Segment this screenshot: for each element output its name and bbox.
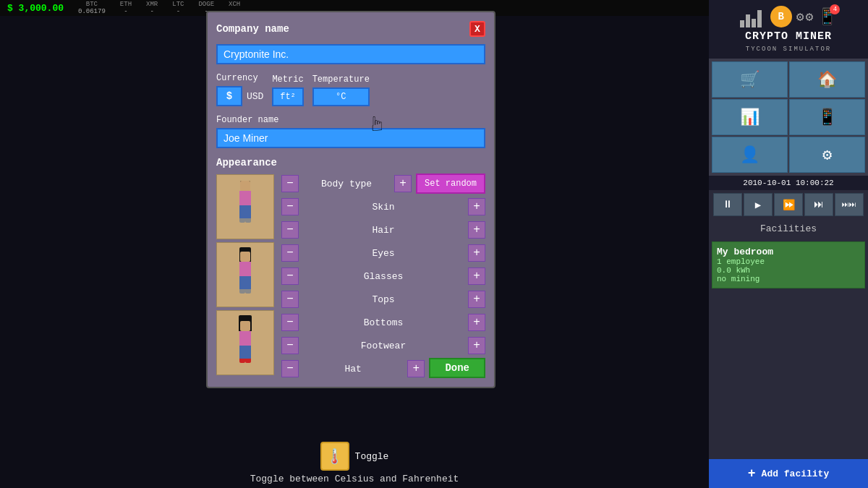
- appearance-area: − Body type + Set random − Skin + − Hair…: [216, 174, 485, 378]
- shoe-right-sprite-2: [245, 289, 251, 294]
- shop-button[interactable]: 🛒: [712, 61, 788, 98]
- money-display: $ 3,000.00: [7, 3, 64, 14]
- tops-plus-button[interactable]: +: [468, 291, 485, 308]
- facility-name: My bedroom: [717, 247, 860, 257]
- tops-row: − Tops +: [281, 290, 485, 309]
- eyes-row: − Eyes +: [281, 244, 485, 262]
- hair-minus-button[interactable]: −: [281, 221, 299, 239]
- glasses-label: Glasses: [303, 271, 464, 282]
- set-random-button[interactable]: Set random: [416, 174, 485, 194]
- stats-button[interactable]: 📊: [712, 99, 788, 135]
- logo-subtitle: TYCOON SIMULATOR: [746, 46, 831, 53]
- head-sprite: [240, 181, 250, 191]
- fast-forward-button[interactable]: ⏩: [774, 193, 803, 216]
- skin-plus-button[interactable]: +: [468, 198, 485, 215]
- bottoms-label: Bottoms: [303, 317, 464, 328]
- tops-minus-button[interactable]: −: [281, 291, 299, 308]
- bottoms-plus-button[interactable]: +: [468, 314, 485, 331]
- done-button[interactable]: Done: [429, 358, 485, 378]
- glasses-minus-button[interactable]: −: [281, 267, 299, 285]
- body-type-minus-button[interactable]: −: [281, 175, 299, 192]
- founder-label: Founder name: [216, 115, 485, 125]
- footwear-minus-button[interactable]: −: [281, 337, 299, 354]
- eyes-minus-button[interactable]: −: [281, 244, 299, 262]
- character-sprite-3: [234, 317, 257, 369]
- body-sprite: [239, 191, 251, 205]
- skin-minus-button[interactable]: −: [281, 198, 299, 215]
- pants-sprite-3: [239, 346, 251, 359]
- skin-row: − Skin +: [281, 197, 485, 216]
- person-button[interactable]: 👤: [712, 137, 788, 173]
- hat-minus-button[interactable]: −: [281, 360, 299, 377]
- fastest-button[interactable]: ⏭⏭: [835, 193, 864, 216]
- character-panel-3: [216, 310, 274, 375]
- tooltip-area: 🌡️ Toggle Toggle between Celsius and Fah…: [0, 442, 709, 484]
- settings-row: Currency $ USD Metric ft² Temperature °C: [216, 73, 485, 106]
- play-button[interactable]: ▶: [744, 193, 773, 216]
- phone-button[interactable]: 📱: [789, 99, 865, 135]
- logo-chart-icon: [740, 6, 766, 27]
- temperature-label: Temperature: [312, 74, 370, 85]
- sidebar-logo: B ⚙ ⚙ 📱 4 CRYPTO MINER TYCOON SIMULATOR: [709, 0, 868, 59]
- eyes-plus-button[interactable]: +: [468, 244, 485, 262]
- pause-button[interactable]: ⏸: [713, 193, 742, 216]
- currency-symbol-box: $: [216, 86, 242, 106]
- logo-phone-notification: 📱 4: [817, 7, 837, 27]
- logo-bitcoin-icon: B: [770, 6, 792, 27]
- facility-card-bedroom[interactable]: My bedroom 1 employee 0.0 kWh no mining: [712, 241, 865, 288]
- speed-controls: ⏸ ▶ ⏩ ⏭ ⏭⏭: [709, 190, 868, 219]
- pants-sprite-2: [239, 276, 251, 289]
- character-panel-1: [216, 174, 274, 239]
- currency-label: Currency: [216, 73, 263, 83]
- sidebar-icon-grid: 🛒 🏠 📊 📱 👤 ⚙️: [709, 59, 868, 176]
- close-button[interactable]: X: [469, 21, 485, 37]
- toggle-description: Toggle between Celsius and Fahrenheit: [250, 474, 459, 484]
- add-facility-label: Add facility: [762, 468, 830, 479]
- character-preview-panels: [216, 174, 274, 378]
- company-name-input[interactable]: [216, 44, 485, 64]
- shoe-left-sprite: [239, 218, 245, 223]
- temperature-toggle-button[interactable]: °C: [312, 87, 370, 106]
- crypto-ltc: LTC -: [172, 1, 184, 15]
- glasses-row: − Glasses +: [281, 267, 485, 286]
- toggle-label: Toggle: [355, 451, 389, 462]
- body-sprite-3: [239, 331, 251, 346]
- founder-name-input[interactable]: [216, 128, 485, 148]
- glasses-plus-button[interactable]: +: [468, 267, 485, 285]
- footwear-row: − Footwear +: [281, 336, 485, 355]
- hat-plus-button[interactable]: +: [407, 360, 425, 377]
- logo-title: CRYPTO MINER: [745, 30, 832, 43]
- head-sprite-2: [240, 252, 250, 262]
- character-setup-modal: Company name X Currency $ USD Metric ft²…: [206, 11, 495, 388]
- notification-badge: 4: [830, 4, 840, 14]
- head-sprite-3: [240, 321, 250, 331]
- appearance-controls: − Body type + Set random − Skin + − Hair…: [281, 174, 485, 378]
- shoe-right-sprite: [245, 218, 251, 223]
- datetime-display: 2010-10-01 10:00:22: [709, 176, 868, 190]
- footwear-label: Footwear: [303, 341, 464, 351]
- metric-toggle-button[interactable]: ft²: [272, 87, 303, 106]
- faster-button[interactable]: ⏭: [804, 193, 833, 216]
- warehouse-button[interactable]: 🏠: [789, 61, 865, 98]
- character-panel-2: [216, 242, 274, 307]
- footwear-plus-button[interactable]: +: [468, 337, 485, 354]
- settings-button[interactable]: ⚙️: [789, 137, 865, 173]
- temperature-group: Temperature °C: [312, 74, 370, 106]
- add-facility-button[interactable]: + Add facility: [709, 459, 868, 488]
- crypto-xmr: XMR -: [146, 1, 158, 15]
- body-type-label: Body type: [303, 179, 390, 189]
- logo-gears-icon: ⚙ ⚙: [796, 9, 814, 25]
- currency-group: Currency $ USD: [216, 73, 263, 106]
- eyes-label: Eyes: [303, 248, 464, 259]
- crypto-eth: ETH -: [120, 1, 132, 15]
- bottoms-minus-button[interactable]: −: [281, 314, 299, 331]
- add-facility-plus-icon: +: [748, 466, 756, 481]
- facility-status: no mining: [717, 275, 860, 283]
- shoe-left-sprite-2: [239, 289, 245, 294]
- hair-plus-button[interactable]: +: [468, 221, 485, 239]
- character-sprite-1: [234, 181, 257, 233]
- body-type-row: − Body type + Set random: [281, 174, 485, 193]
- appearance-label: Appearance: [216, 157, 485, 168]
- pants-sprite: [239, 205, 251, 218]
- body-type-plus-button[interactable]: +: [394, 175, 412, 192]
